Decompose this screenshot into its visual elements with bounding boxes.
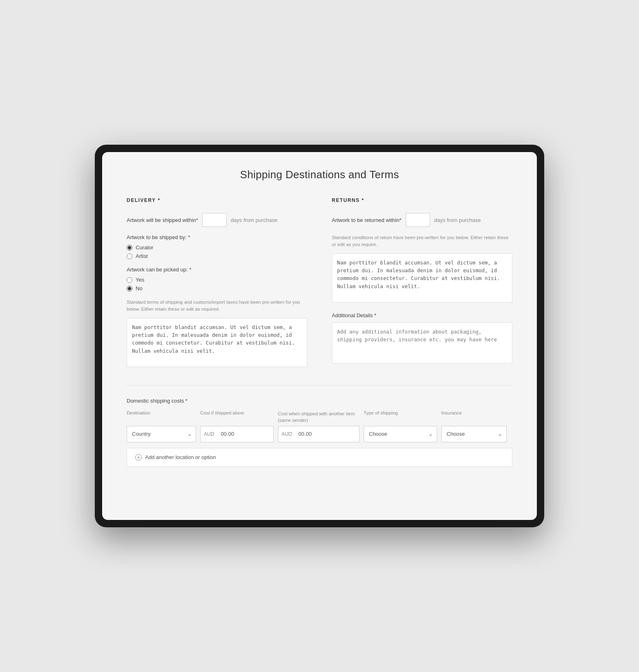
- shipped-by-group: Artwork to be shipped by: * Curator Arti…: [127, 234, 307, 259]
- page-content: Shipping Destinations and Terms DELIVERY…: [102, 152, 537, 520]
- delivery-terms-textarea[interactable]: Nam porttitor blandit accumsan. Ut vel d…: [127, 318, 307, 367]
- domestic-heading: Domestic shipping costs *: [127, 398, 512, 404]
- cost-alone-input[interactable]: [217, 426, 274, 442]
- radio-artist-input[interactable]: [127, 253, 132, 259]
- add-location-label: Add another location or option: [145, 454, 216, 460]
- radio-yes-input[interactable]: [127, 277, 132, 283]
- shipped-by-label: Artwork to be shipped by: *: [127, 234, 307, 240]
- returns-heading: RETURNS *: [332, 197, 512, 203]
- radio-curator[interactable]: Curator: [127, 244, 307, 251]
- radio-artist-label: Artist: [136, 253, 148, 259]
- insurance-select[interactable]: Choose: [441, 426, 507, 442]
- radio-no[interactable]: No: [127, 285, 307, 291]
- pickup-label: Artwork can be picked up: *: [127, 267, 307, 273]
- col-cost-alone: Cost if shipped alone: [200, 410, 274, 423]
- radio-yes-label: Yes: [136, 277, 144, 283]
- delivery-heading: DELIVERY *: [127, 197, 307, 203]
- col-destination: Destination: [127, 410, 196, 423]
- shipped-within-row: Artwork will be shipped within* days fro…: [127, 213, 307, 227]
- shipping-type-wrapper: Choose: [364, 426, 437, 442]
- radio-no-input[interactable]: [127, 286, 132, 291]
- shipped-within-days-label: days from purchase: [231, 217, 277, 223]
- add-location-row[interactable]: + Add another location or option: [127, 448, 512, 467]
- cost-alone-currency: AUD: [201, 431, 217, 437]
- add-icon: +: [135, 454, 142, 461]
- insurance-wrapper: Choose: [441, 426, 507, 442]
- page-title: Shipping Destinations and Terms: [127, 168, 512, 181]
- divider: [127, 385, 512, 385]
- additional-label: Additional Details *: [332, 312, 512, 318]
- returns-helper-text: Standard conditions of return have been …: [332, 234, 512, 249]
- shipped-within-input[interactable]: [202, 213, 227, 227]
- pickup-group: Artwork can be picked up: * Yes No: [127, 267, 307, 291]
- returned-within-row: Artwork to be returned within* days from…: [332, 213, 512, 227]
- two-column-layout: DELIVERY * Artwork will be shipped withi…: [127, 197, 512, 369]
- returned-within-label: Artwork to be returned within*: [332, 217, 402, 223]
- cost-alone-field: AUD: [200, 426, 274, 442]
- returned-within-days-label: days from purchase: [434, 217, 481, 223]
- returns-terms-textarea[interactable]: Nam porttitor blandit accumsan. Ut vel d…: [332, 253, 512, 302]
- radio-curator-input[interactable]: [127, 245, 132, 251]
- destination-select[interactable]: Country: [127, 426, 196, 442]
- col-insurance: Insurance: [441, 410, 507, 423]
- radio-curator-label: Curator: [136, 244, 153, 251]
- col-cost-with-another: Cost when shipped with another item (sam…: [278, 410, 360, 423]
- shipping-type-select[interactable]: Choose: [364, 426, 437, 442]
- delivery-helper-text: Standard terms of shipping and customs/i…: [127, 299, 307, 313]
- destination-select-wrapper: Country: [127, 426, 196, 442]
- delivery-section: DELIVERY * Artwork will be shipped withi…: [127, 197, 307, 369]
- domestic-section: Domestic shipping costs * Destination Co…: [127, 398, 512, 467]
- cost-with-currency: AUD: [278, 431, 295, 437]
- returns-section: RETURNS * Artwork to be returned within*…: [332, 197, 512, 369]
- radio-artist[interactable]: Artist: [127, 253, 307, 259]
- cost-with-field: AUD: [278, 426, 360, 442]
- cost-with-input[interactable]: [295, 426, 360, 442]
- radio-no-label: No: [136, 285, 143, 291]
- table-row: Country AUD AUD: [127, 426, 512, 442]
- tablet-screen: Shipping Destinations and Terms DELIVERY…: [102, 152, 537, 520]
- radio-yes[interactable]: Yes: [127, 277, 307, 283]
- shipped-within-label: Artwork will be shipped within*: [127, 217, 198, 223]
- tablet-frame: Shipping Destinations and Terms DELIVERY…: [95, 145, 544, 527]
- additional-details-textarea[interactable]: [332, 323, 512, 363]
- table-headers: Destination Cost if shipped alone Cost w…: [127, 410, 512, 423]
- col-type-shipping: Type of shipping: [364, 410, 437, 423]
- returned-within-input[interactable]: [406, 213, 430, 227]
